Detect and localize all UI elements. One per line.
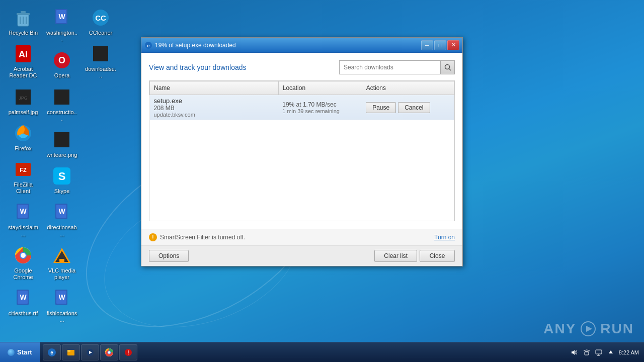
table-header: Name Location Actions [150,81,454,95]
footer-right-buttons: Clear list Close [374,250,455,262]
search-button[interactable] [440,61,454,74]
start-label: Start [17,348,32,356]
tray-monitor-icon[interactable] [595,348,603,356]
column-header-actions: Actions [362,81,454,95]
watermark-play-icon [580,321,596,337]
table-body: setup.exe 208 MB update.bksv.com 19% at … [150,95,454,120]
close-button[interactable]: Close [420,250,455,262]
desktop-icon-firefox[interactable]: Firefox [5,121,41,154]
writeare-icon [52,130,72,150]
filezilla-label: FileZilla Client [8,182,39,195]
recycle-bin-icon [13,8,33,28]
dialog-footer: Options Clear list Close [141,245,462,266]
dialog-body: View and track your downloads [141,53,462,229]
palmself-icon: JPG [13,87,33,107]
dialog-title-area: e 19% of setup.exe downloaded [144,41,236,49]
recycle-bin-label: Recycle Bin [9,30,38,36]
start-button[interactable]: Start [0,342,40,363]
downloads-table: Name Location Actions setup.exe 208 MB u… [149,81,454,120]
opera-label: Opera [54,72,70,79]
minimize-button[interactable]: ─ [421,40,433,50]
taskbar-media-button[interactable] [81,344,99,360]
tray-speaker-icon[interactable] [571,348,579,356]
desktop-icon-palmself[interactable]: JPG palmself.jpg [5,84,41,118]
search-box [339,60,455,74]
pause-button[interactable]: Pause [366,102,396,113]
svg-text:CC: CC [95,14,106,22]
options-button[interactable]: Options [149,250,189,262]
desktop-icon-writeare[interactable]: writeare.png [44,127,80,161]
close-window-button[interactable]: ✕ [447,40,459,50]
taskbar-media-icon [86,348,95,357]
svg-text:e: e [147,43,149,48]
system-clock: 8:22 AM [619,349,639,355]
taskbar-chrome-button[interactable] [100,344,118,360]
footer-left-buttons: Options [149,250,189,262]
smartscreen-message: SmartScreen Filter is turned off. [160,234,245,241]
smartscreen-bar: ! SmartScreen Filter is turned off. [149,233,245,241]
svg-rect-37 [59,259,64,262]
svg-rect-28 [54,89,69,105]
taskbar-security-button[interactable]: ! [119,344,137,360]
dialog-header: View and track your downloads [149,60,455,74]
desktop-icon-google-chrome[interactable]: Google Chrome [5,243,41,283]
construction-label: constructio... [46,109,77,122]
desktop-icon-vlc[interactable]: VLC media player [44,243,80,283]
desktop-icon-staydisclaim[interactable]: W staydisclaim... [5,200,41,240]
tray-arrow-icon[interactable] [607,348,615,356]
warning-icon: ! [149,233,157,241]
downloads-table-container: Name Location Actions setup.exe 208 MB u… [149,80,455,221]
washington-icon: W [52,8,72,28]
svg-marker-66 [609,350,613,353]
taskbar-ie-button[interactable]: e [43,344,61,360]
turn-on-link[interactable]: Turn on [434,234,455,241]
svg-text:e: e [50,350,53,355]
tray-network-icon[interactable] [583,348,591,356]
desktop-icon-filezilla[interactable]: FZ FileZilla Client [5,157,41,197]
clock-time: 8:22 AM [619,349,639,355]
svg-point-19 [21,253,26,258]
opera-icon: O [52,50,72,70]
svg-text:FZ: FZ [20,167,27,173]
desktop-icon-ccleaner[interactable]: CC CCleaner [83,5,119,39]
svg-text:W: W [58,293,65,301]
cancel-button[interactable]: Cancel [398,102,430,113]
watermark: ANY RUN [543,321,634,337]
progress-cell: 19% at 1.70 MB/sec 1 min 39 sec remainin… [278,95,362,120]
svg-line-47 [449,69,451,71]
arrow-up-icon [608,349,614,355]
restore-button[interactable]: □ [434,40,446,50]
desktop-icon-citiesthus[interactable]: W citiesthus.rtf [5,286,41,319]
file-size: 208 MB [154,105,275,112]
desktop-icon-directionsab[interactable]: W directionsab... [44,200,80,240]
file-name-cell: setup.exe 208 MB update.bksv.com [150,95,279,120]
svg-text:!: ! [127,350,129,355]
taskbar-explorer-button[interactable] [62,344,80,360]
staydisclaim-icon: W [13,202,33,222]
desktop-icon-acrobat[interactable]: Ai Acrobat Reader DC [5,41,41,81]
desktop-icon-downloadsu[interactable]: downloadsu... [83,41,119,81]
column-header-name: Name [150,81,279,95]
svg-text:S: S [58,170,66,183]
column-header-location: Location [278,81,362,95]
desktop-icon-opera[interactable]: O Opera [44,48,80,81]
desktop-icon-skype[interactable]: S Skype [44,163,80,197]
watermark-text-2: RUN [600,321,634,337]
acrobat-label: Acrobat Reader DC [8,66,39,79]
downloadsu-icon [91,44,111,64]
citiesthus-icon: W [13,288,33,308]
skype-icon: S [52,166,72,186]
taskbar-ie-icon: e [47,348,56,357]
desktop-icon-construction[interactable]: constructio... [44,84,80,125]
svg-text:W: W [20,293,27,301]
staydisclaim-label: staydisclaim... [8,224,39,237]
desktop-icon-recycle-bin[interactable]: Recycle Bin [5,5,41,39]
desktop-icon-washington[interactable]: W washington... [44,5,80,45]
dialog-titlebar: e 19% of setup.exe downloaded ─ □ ✕ [141,38,462,53]
clear-list-button[interactable]: Clear list [374,250,417,262]
speaker-icon [571,349,578,356]
desktop-icon-fishlocations[interactable]: W fishlocations... [44,286,80,326]
fishlocations-label: fishlocations... [46,310,77,323]
search-input[interactable] [340,62,440,73]
svg-text:Ai: Ai [19,49,28,59]
